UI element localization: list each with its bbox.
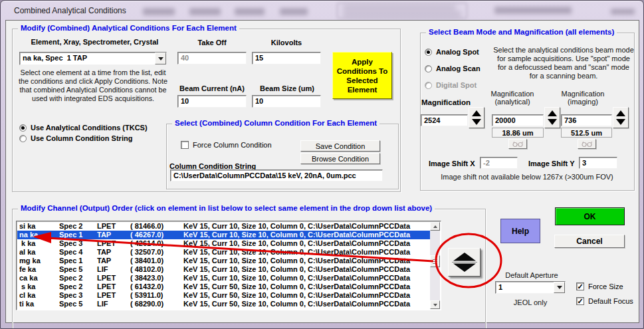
default-focus-checkbox[interactable]: ✓ Default Focus [576, 297, 633, 305]
list-cell: ( 38423.0) [130, 274, 183, 282]
list-cell: ( 68290.0) [130, 300, 183, 308]
beam-current-input[interactable]: 10 [177, 95, 247, 108]
browse-condition-button[interactable]: Browse Condition [300, 153, 380, 164]
radio-label: Analog Scan [436, 64, 481, 72]
list-cell: TAP [97, 231, 130, 239]
list-cell: ( 53911.0) [130, 291, 183, 300]
kilovolts-label: Kilovolts [252, 39, 321, 47]
list-row[interactable]: ti kaSpec 5LIF( 68290.0)KeV 15, Curr 50,… [17, 300, 430, 308]
list-cell: KeV 15, Curr 10, Size 10, Column 0, C:\U… [183, 248, 430, 257]
list-row[interactable]: mg kaSpec 1TAP( 38401.0)KeV 15, Curr 10,… [17, 257, 430, 265]
ok-button[interactable]: OK [555, 207, 625, 225]
beam-size-label: Beam Size (um) [252, 84, 322, 92]
dialog-window: Combined Analytical Conditions Modify (C… [0, 0, 644, 329]
column-condition-group-title: Select (Combined) Column Condition For E… [172, 119, 379, 127]
list-row[interactable]: k kaSpec 3LPET( 42614.0)KeV 15, Curr 10,… [17, 239, 430, 248]
default-aperture-combo[interactable]: 1 [495, 281, 566, 294]
list-cell: LPET [97, 291, 130, 300]
channel-list-scrollbar[interactable] [430, 222, 440, 309]
checkbox-label: Force Size [588, 282, 623, 290]
list-cell: KeV 15, Curr 10, Size 10, Column 0, C:\U… [183, 265, 430, 274]
eyeglasses-icon [512, 141, 524, 148]
image-shift-y-input[interactable]: 3 [579, 157, 617, 169]
reorder-channel-button[interactable] [448, 248, 481, 276]
list-cell: ti ka [17, 300, 59, 308]
list-cell: cl ka [17, 291, 59, 300]
spinner-down-icon[interactable] [472, 119, 481, 125]
mag-analytical-preview-button [508, 139, 527, 149]
help-button[interactable]: Help [500, 219, 540, 243]
mag-imaging-input[interactable]: 736 [561, 114, 612, 126]
beam-mode-group-title: Select Beam Mode and Magnification (all … [426, 28, 617, 36]
list-row[interactable]: na kaSpec 1TAP( 46267.0)KeV 15, Curr 10,… [17, 231, 430, 239]
element-combo[interactable]: na ka, Spec 1 TAP [19, 52, 167, 65]
image-shift-y-label: Image Shift Y [528, 160, 574, 167]
mag-analytical-spinner[interactable] [544, 107, 560, 128]
list-cell: TAP [97, 248, 130, 257]
list-row[interactable]: al kaSpec 4TAP( 32507.0)KeV 15, Curr 10,… [17, 248, 430, 257]
list-cell: ( 32507.0) [130, 248, 183, 257]
mag-analytical-label: Magnification (analytical) [481, 90, 544, 106]
list-cell: ( 61432.0) [130, 282, 183, 291]
scroll-down-button[interactable] [430, 300, 440, 309]
list-cell: Spec 1 [59, 231, 97, 239]
radio-label: Use Analytical Conditions (TKCS) [31, 124, 148, 132]
spinner-up-icon[interactable] [472, 110, 481, 116]
blurred-widget [494, 7, 572, 14]
spinner-down-icon[interactable] [616, 119, 625, 125]
cancel-button[interactable]: Cancel [554, 235, 625, 248]
radio-label: Analog Spot [436, 48, 479, 56]
list-cell: LPET [97, 282, 130, 291]
radio-analog-spot[interactable]: Analog Spot [425, 48, 479, 56]
spinner-up-icon[interactable] [548, 110, 557, 116]
analytical-group-title: Modify (Combined) Analytical Conditions … [18, 24, 239, 32]
scroll-up-button[interactable] [430, 222, 440, 231]
magnification-input[interactable]: 2524 [421, 114, 468, 126]
aperture-dropdown-button[interactable] [554, 282, 565, 293]
list-cell: mg ka [17, 257, 59, 265]
eyeglasses-icon [581, 141, 593, 148]
list-cell: Spec 5 [59, 300, 97, 308]
beam-size-input[interactable]: 10 [252, 95, 321, 108]
apply-conditions-button[interactable]: Apply Conditions To Selected Element [332, 52, 392, 99]
spinner-up-icon[interactable] [616, 110, 625, 116]
radio-digital-spot: Digital Spot [425, 81, 477, 89]
save-condition-button[interactable]: Save Condition [300, 140, 380, 152]
list-cell: ( 81466.0) [130, 222, 183, 231]
list-row[interactable]: ca kaSpec 2LPET( 38423.0)KeV 15, Curr 10… [17, 274, 430, 282]
column-condition-string-input[interactable]: C:\UserData\ColumnPCCData\15 keV, 20nA, … [170, 169, 383, 181]
image-shift-note: Image shift not available below 1267x (>… [423, 173, 631, 181]
blurred-widget [235, 8, 265, 15]
spinner-down-icon[interactable] [548, 119, 557, 125]
radio-selected-icon [19, 124, 27, 132]
force-column-condition-checkbox[interactable]: Force Column Condition [181, 141, 272, 149]
scrollbar-thumb[interactable] [430, 255, 440, 267]
radio-selected-icon [425, 49, 432, 56]
list-row[interactable]: cl kaSpec 3LPET( 53911.0)KeV 15, Curr 50… [17, 291, 430, 300]
radio-label: Digital Spot [436, 81, 477, 89]
list-row[interactable]: si kaSpec 2LPET( 81466.0)KeV 15, Curr 10… [17, 222, 430, 231]
kilovolts-input[interactable]: 15 [252, 52, 321, 64]
channel-list[interactable]: si kaSpec 2LPET( 81466.0)KeV 15, Curr 10… [16, 221, 441, 310]
radio-use-column-condition-string[interactable]: Use Column Condition String [19, 134, 132, 142]
list-cell: si ka [17, 222, 59, 231]
channel-order-group-title: Modify Channel (Output) Order (click on … [18, 204, 435, 212]
mag-imaging-spinner[interactable] [613, 107, 629, 128]
list-cell: KeV 15, Curr 10, Size 10, Column 0, C:\U… [183, 274, 430, 282]
title-bar[interactable]: Combined Analytical Conditions [1, 1, 643, 20]
list-cell: ( 38401.0) [130, 257, 183, 265]
list-row[interactable]: s kaSpec 2LPET( 61432.0)KeV 15, Curr 50,… [17, 282, 430, 291]
mag-analytical-input[interactable]: 20000 [492, 114, 544, 126]
element-combo-dropdown-button[interactable] [155, 53, 166, 64]
list-cell: LPET [97, 239, 130, 248]
dialog-client-area: Modify (Combined) Analytical Conditions … [5, 20, 639, 323]
jeol-only-label: JEOL only [495, 298, 566, 306]
radio-analog-scan[interactable]: Analog Scan [425, 64, 481, 72]
radio-use-analytical-conditions[interactable]: Use Analytical Conditions (TKCS) [19, 124, 148, 132]
magnification-spinner[interactable] [469, 107, 484, 128]
blurred-panel [337, 3, 467, 19]
list-cell: Spec 3 [59, 239, 97, 248]
list-cell: na ka [17, 231, 59, 239]
list-row[interactable]: fe kaSpec 5LIF( 48102.0)KeV 15, Curr 10,… [17, 265, 430, 274]
force-size-checkbox[interactable]: ✓ Force Size [576, 282, 623, 290]
